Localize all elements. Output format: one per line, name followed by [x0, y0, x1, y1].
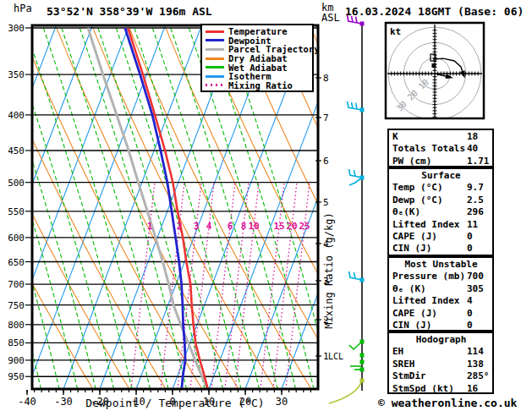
stats-box: SurfaceTemp (°C)9.7Dewp (°C)2.5θₑ(K)296L…	[387, 167, 494, 256]
stats-value: 114	[467, 346, 490, 358]
stats-value: 1.71	[467, 156, 490, 167]
stats-row: Totals Totals40	[392, 143, 490, 155]
stats-value: 18	[467, 131, 490, 143]
wind-barb-icon	[329, 379, 365, 404]
legend-label: Parcel Trajectory	[228, 45, 319, 53]
wind-barb-staff	[329, 15, 365, 403]
stats-value: 9.7	[467, 182, 490, 194]
legend-label: Dry Adiabat	[228, 54, 288, 63]
stats-row: CIN (J)0	[392, 320, 490, 332]
stats-label: Lifted Index	[392, 219, 467, 231]
stats-label: PW (cm)	[392, 156, 467, 167]
svg-text:8: 8	[241, 221, 247, 232]
x-axis-title: Dewpoint / Temperature (°C)	[85, 397, 264, 409]
stats-row: Lifted Index11	[392, 219, 490, 231]
svg-text:500: 500	[8, 178, 25, 189]
legend-item: Dry Adiabat	[206, 54, 312, 63]
legend-swatch-solid	[206, 75, 224, 78]
stats-value: 285°	[467, 370, 490, 382]
sounding-page: 1234681015202530035040045050055060065070…	[0, 0, 532, 411]
stats-label: θₑ(K)	[392, 206, 467, 218]
legend-swatch-dotted	[206, 84, 224, 86]
legend-swatch-solid	[206, 48, 224, 51]
stats-row: SREH138	[392, 359, 490, 370]
stats-row: Temp (°C)9.7	[392, 182, 490, 194]
svg-text:30: 30	[276, 396, 288, 408]
svg-text:800: 800	[8, 320, 25, 331]
legend-item: Temperature	[206, 27, 312, 36]
stats-value: 0	[467, 308, 490, 320]
stats-row: K18	[392, 131, 490, 143]
legend-item: Isotherm	[206, 72, 312, 81]
stats-value: 2.5	[467, 195, 490, 206]
parcel-trajectory-curve	[88, 28, 208, 389]
altitude-unit-label: km ASL	[321, 3, 340, 23]
stats-row: Lifted Index4	[392, 295, 490, 307]
stats-label: StmSpd (kt)	[392, 383, 467, 395]
stats-label: CAPE (J)	[392, 231, 467, 243]
legend-label: Mixing Ratio	[228, 81, 293, 90]
stats-value: 11	[467, 219, 490, 231]
stats-value: 305	[467, 283, 490, 295]
hodograph: 102030kt	[386, 23, 484, 120]
stats-row: StmSpd (kt)16	[392, 383, 490, 395]
stats-label: CIN (J)	[392, 243, 467, 255]
stats-box-title: Hodograph	[392, 334, 490, 346]
legend-swatch-solid	[206, 58, 224, 60]
stats-label: θₑ (K)	[392, 283, 467, 295]
svg-text:4: 4	[206, 221, 212, 232]
hodograph-ring-label: 10	[417, 77, 431, 90]
svg-text:900: 900	[8, 355, 25, 366]
stats-row: CAPE (J)0	[392, 231, 490, 243]
wind-barb-icon	[360, 353, 365, 358]
stats-row: θₑ (K)305	[392, 283, 490, 295]
copyright: © weatheronline.co.uk	[378, 397, 517, 409]
svg-text:450: 450	[8, 145, 25, 156]
stats-value: 0	[467, 320, 490, 332]
stats-box: Most UnstablePressure (mb)700θₑ (K)305Li…	[387, 256, 494, 332]
stats-row: EH114	[392, 346, 490, 358]
svg-text:2: 2	[177, 221, 183, 232]
svg-text:400: 400	[8, 110, 25, 121]
legend-label: Wet Adiabat	[228, 63, 288, 72]
pressure-unit-label: hPa	[14, 3, 32, 14]
stats-value: 138	[467, 359, 490, 370]
stats-row: Pressure (mb)700	[392, 271, 490, 282]
svg-text:1: 1	[147, 221, 153, 232]
lcl-label: LCL	[328, 352, 343, 361]
legend-item: Mixing Ratio	[206, 81, 312, 90]
temperature-curve	[128, 28, 207, 389]
hodograph-ring-label: 20	[406, 88, 420, 101]
svg-text:700: 700	[8, 279, 25, 290]
legend-label: Isotherm	[228, 72, 271, 80]
station-title: 53°52'N 358°39'W 196m ASL	[47, 5, 212, 18]
legend-label: Dewpoint	[228, 36, 271, 45]
svg-text:7: 7	[323, 112, 329, 123]
stats-label: K	[392, 131, 467, 143]
svg-text:350: 350	[8, 69, 25, 80]
legend-swatch-solid	[206, 30, 224, 33]
stats-row: CAPE (J)0	[392, 308, 490, 320]
stats-label: Dewp (°C)	[392, 195, 467, 206]
stats-label: Temp (°C)	[392, 182, 467, 194]
svg-text:20: 20	[286, 221, 297, 232]
svg-text:6: 6	[228, 221, 233, 232]
svg-text:950: 950	[8, 371, 25, 382]
svg-text:600: 600	[8, 233, 25, 244]
stats-value: 0	[467, 231, 490, 243]
svg-text:25: 25	[299, 221, 310, 232]
stats-row: StmDir285°	[392, 370, 490, 382]
svg-text:-30: -30	[54, 396, 73, 408]
stats-box: K18Totals Totals40PW (cm)1.71	[387, 129, 494, 167]
stats-label: CAPE (J)	[392, 308, 467, 320]
stats-row: CIN (J)0	[392, 243, 490, 255]
stats-row: Dewp (°C)2.5	[392, 195, 490, 206]
svg-text:3: 3	[194, 221, 200, 232]
svg-text:8: 8	[323, 73, 329, 84]
pressure-tick-labels: 3003504004505005506006507007508008509009…	[8, 23, 32, 382]
stats-row: θₑ(K)296	[392, 206, 490, 218]
stats-label: Totals Totals	[392, 143, 467, 155]
svg-text:850: 850	[8, 337, 25, 348]
stats-label: SREH	[392, 359, 467, 370]
svg-text:-40: -40	[18, 396, 36, 408]
